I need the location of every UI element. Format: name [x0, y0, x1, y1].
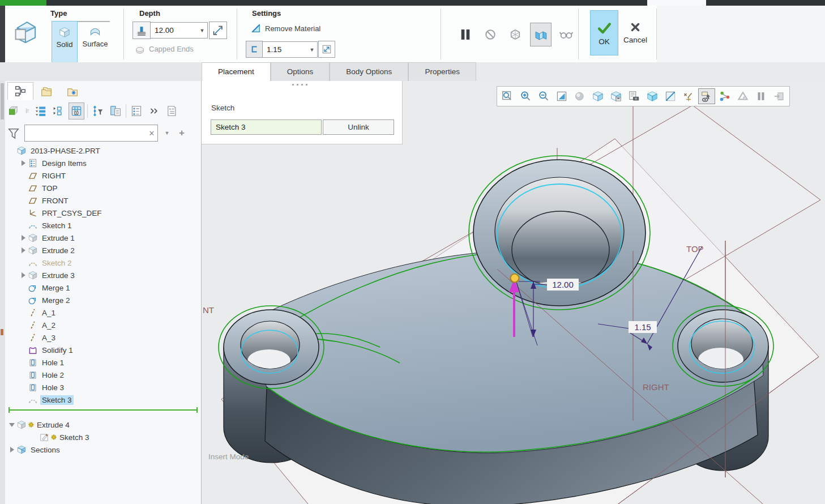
exit-icon[interactable]: [771, 88, 788, 104]
tree-item-top[interactable]: TOP: [5, 182, 201, 194]
zoom-fit-icon[interactable]: [499, 88, 516, 104]
tree-item-sketch-3[interactable]: Sketch 3: [5, 431, 201, 443]
right-boss[interactable]: [678, 310, 768, 382]
expand-both-sides-button[interactable]: [318, 41, 335, 58]
tree-search-input[interactable]: [25, 126, 146, 140]
thicken-sketch-button[interactable]: [246, 41, 263, 58]
capped-ends-option[interactable]: Capped Ends: [134, 43, 194, 54]
chevron-right-icon[interactable]: [19, 247, 28, 253]
panel-drag-handle[interactable]: [292, 84, 307, 86]
section-icon[interactable]: [662, 88, 679, 104]
tab-options[interactable]: Options: [271, 62, 330, 81]
tree-collapse-button[interactable]: [51, 103, 66, 119]
filter-dropdown-icon[interactable]: ▼: [161, 130, 173, 136]
thickness-dimension-value[interactable]: 1.15: [634, 322, 651, 332]
tree-item-prt-csys-def[interactable]: PRT_CSYS_DEF: [5, 207, 201, 219]
tree-item-merge-2[interactable]: Merge 2: [5, 294, 201, 306]
tree-item-hole-3[interactable]: Hole 3: [5, 381, 201, 394]
scroll-thumb[interactable]: [1, 83, 4, 119]
add-filter-icon[interactable]: +: [176, 127, 187, 139]
chevron-right-icon[interactable]: [19, 272, 28, 278]
tree-item-extrude-3[interactable]: Extrude 3: [5, 269, 201, 281]
glasses-button[interactable]: [556, 23, 576, 46]
thickness-value[interactable]: 1.15: [263, 45, 307, 54]
tree-settings-button[interactable]: [129, 103, 144, 119]
model-tree-tab[interactable]: [7, 82, 33, 100]
depth-value-combo[interactable]: 12.00 ▼: [150, 22, 208, 39]
depth-dimension-value[interactable]: 12.00: [552, 280, 574, 289]
tree-item-hole-2[interactable]: Hole 2: [5, 369, 201, 381]
drag-dots-button[interactable]: [24, 103, 31, 119]
drag-handle[interactable]: [511, 274, 519, 283]
spin-center-icon[interactable]: [734, 88, 751, 104]
tree-item-front[interactable]: FRONT: [5, 194, 201, 207]
sketch-collector-field[interactable]: Sketch 3: [211, 119, 322, 135]
no-preview-button[interactable]: [480, 23, 501, 46]
tree-item-sketch-2[interactable]: Sketch 2: [5, 257, 201, 269]
annotation-display-icon[interactable]: [698, 88, 715, 104]
tree-item-sections[interactable]: Sections: [5, 443, 201, 456]
tree-item-extrude-2[interactable]: Extrude 2: [5, 244, 201, 257]
folder-browser-tab[interactable]: [33, 82, 59, 100]
display-cube-button[interactable]: [6, 103, 21, 119]
chevron-down-icon[interactable]: ▼: [307, 47, 317, 53]
tree-item-right[interactable]: RIGHT: [5, 169, 201, 182]
chevron-down-icon[interactable]: [7, 423, 16, 427]
tree-item-sketch-3[interactable]: Sketch 3: [5, 394, 201, 406]
tab-properties[interactable]: Properties: [408, 62, 476, 81]
zoom-in-icon[interactable]: [517, 88, 534, 104]
surface-type-button[interactable]: Surface: [79, 21, 111, 66]
datum-display-icon[interactable]: [680, 88, 697, 104]
remove-material-toggle[interactable]: Remove Material: [250, 23, 320, 34]
tree-item-a-2[interactable]: A_2: [5, 319, 201, 331]
tree-item-a-3[interactable]: A_3: [5, 331, 201, 344]
node-display-icon[interactable]: [716, 88, 733, 104]
view-manager-icon[interactable]: [608, 88, 625, 104]
repaint-icon[interactable]: [553, 88, 570, 104]
tree-copy-button[interactable]: [108, 103, 123, 119]
depth-type-button[interactable]: [132, 22, 151, 39]
favorites-tab[interactable]: [59, 82, 86, 100]
depth-value[interactable]: 12.00: [151, 26, 197, 35]
tree-columns-button[interactable]: [69, 102, 84, 119]
tree-item-merge-1[interactable]: Merge 1: [5, 281, 201, 294]
thickness-value-combo[interactable]: 1.15 ▼: [262, 41, 318, 58]
overflow-button[interactable]: [147, 103, 161, 119]
chevron-right-icon[interactable]: [19, 235, 28, 241]
unlink-button[interactable]: Unlink: [323, 119, 394, 135]
tree-item-solidify-1[interactable]: Solidify 1: [5, 344, 201, 356]
chevron-down-icon[interactable]: ▼: [197, 28, 207, 33]
geometry-preview-button[interactable]: [530, 23, 552, 46]
shading-icon[interactable]: [571, 88, 588, 104]
chevron-right-icon[interactable]: [7, 447, 16, 452]
tree-item-extrude-1[interactable]: Extrude 1: [5, 232, 201, 244]
zoom-out-icon[interactable]: [535, 88, 552, 104]
solid-type-button[interactable]: Solid: [52, 21, 78, 67]
tree-filter-button[interactable]: [91, 103, 105, 119]
tree-item-2013-phase-2-prt[interactable]: 2013-PHASE-2.PRT: [5, 144, 201, 157]
tree-item-extrude-4[interactable]: Extrude 4: [5, 418, 201, 431]
tab-body-options[interactable]: Body Options: [330, 62, 408, 81]
flip-depth-button[interactable]: [209, 22, 227, 39]
tree-item-hole-1[interactable]: Hole 1: [5, 356, 201, 369]
left-boss[interactable]: [224, 310, 319, 385]
insert-here-marker[interactable]: [8, 409, 198, 411]
pause-display-icon[interactable]: [753, 88, 770, 104]
display-style-icon[interactable]: [644, 88, 661, 104]
navigator-tabs: [7, 82, 86, 100]
capture-icon[interactable]: [626, 88, 643, 104]
ok-button[interactable]: OK: [590, 10, 618, 55]
tree-item-sketch-1[interactable]: Sketch 1: [5, 219, 201, 232]
clear-search-icon[interactable]: ✕: [146, 129, 157, 138]
chevron-right-icon[interactable]: [19, 160, 28, 166]
pause-button[interactable]: [455, 23, 476, 46]
named-views-icon[interactable]: [589, 88, 606, 104]
tab-placement[interactable]: Placement: [202, 62, 271, 81]
wireframe-preview-button[interactable]: [505, 23, 525, 46]
tree-expand-button[interactable]: [33, 103, 48, 119]
cancel-button[interactable]: Cancel: [620, 10, 651, 54]
info-doc-button[interactable]: [164, 103, 179, 119]
tree-item-a-1[interactable]: A_1: [5, 306, 201, 319]
tree-item-design-items[interactable]: Design Items: [5, 157, 201, 169]
graphics-viewport[interactable]: 12.00 1.15 TOP RIGHT NT Insert: [202, 81, 825, 504]
